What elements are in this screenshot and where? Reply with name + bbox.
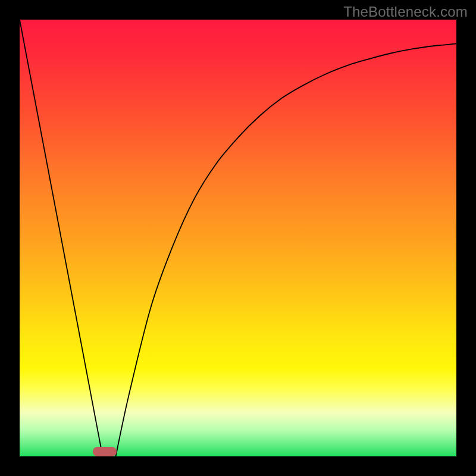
plot-area xyxy=(20,20,456,456)
chart-frame: TheBottleneck.com xyxy=(0,0,476,476)
bottleneck-curve xyxy=(20,20,456,456)
right-rising-curve xyxy=(116,43,457,456)
bottleneck-marker xyxy=(93,447,117,456)
watermark-text: TheBottleneck.com xyxy=(343,4,468,20)
left-falling-line xyxy=(20,20,103,456)
